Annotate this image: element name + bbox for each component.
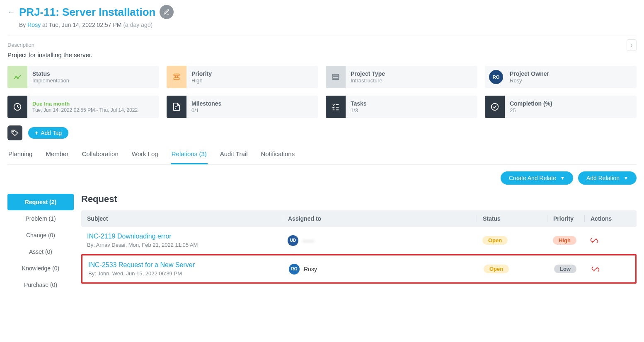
project-owner-card: RO Project OwnerRosy <box>485 66 637 88</box>
request-meta: By: Arnav Desai, Mon, Feb 21, 2022 11:05… <box>87 242 282 248</box>
create-relate-label: Create And Relate <box>509 175 556 181</box>
clock-icon <box>7 96 27 118</box>
completion-label: Completion (%) <box>510 100 552 107</box>
status-value: Implementation <box>32 77 69 84</box>
priority-icon <box>167 66 186 88</box>
svg-rect-4 <box>333 75 339 76</box>
tab-relations[interactable]: Relations (3) <box>171 146 208 164</box>
completion-card: Completion (%)25 <box>485 96 637 118</box>
milestones-label: Milestones <box>191 100 221 107</box>
due-label: Due Ina month <box>32 101 138 107</box>
project-type-label: Project Type <box>351 70 385 77</box>
status-badge: Open <box>484 265 509 273</box>
project-type-icon <box>326 66 346 88</box>
project-owner-label: Project Owner <box>510 70 549 77</box>
divider <box>7 36 637 36</box>
sidebar-item-request[interactable]: Request (2) <box>7 194 74 210</box>
chevron-right-icon: › <box>631 42 633 48</box>
priority-value: High <box>191 77 212 84</box>
status-badge: Open <box>482 236 508 245</box>
assignee-name: —— <box>303 237 314 244</box>
sidebar-item-purchase[interactable]: Purchase (0) <box>7 277 74 293</box>
sidebar-item-knowledge[interactable]: Knowledge (0) <box>7 260 74 277</box>
milestones-card: Milestones0/1 <box>167 96 318 118</box>
due-value: Tue, Jun 14, 2022 02:55 PM - Thu, Jul 14… <box>32 107 138 113</box>
svg-rect-5 <box>333 77 339 78</box>
table-header: Subject Assigned to Status Priority Acti… <box>81 210 637 227</box>
by-prefix: By <box>19 22 27 28</box>
milestones-icon <box>167 96 186 118</box>
priority-badge: High <box>553 236 576 245</box>
unlink-button[interactable] <box>591 265 629 273</box>
th-assigned: Assigned to <box>282 215 477 222</box>
status-card: StatusImplementation <box>7 66 159 88</box>
tab-collaboration[interactable]: Collaboration <box>81 146 119 164</box>
sidebar-item-asset[interactable]: Asset (0) <box>7 243 74 260</box>
back-icon[interactable]: ← <box>7 8 15 17</box>
svg-rect-2 <box>174 74 179 76</box>
th-priority: Priority <box>547 215 584 222</box>
svg-rect-3 <box>174 78 179 80</box>
chevron-down-icon: ▼ <box>624 176 628 181</box>
description-text: Project for installing the server. <box>7 51 92 58</box>
status-icon <box>7 66 27 88</box>
avatar: UD <box>288 235 298 246</box>
page-title: PRJ-11: Server Installation <box>19 6 155 19</box>
section-title: Request <box>81 194 637 205</box>
svg-rect-6 <box>333 79 339 80</box>
tasks-value: 1/3 <box>351 107 367 114</box>
request-link[interactable]: INC-2119 Downloading error <box>87 233 282 240</box>
svg-line-15 <box>593 267 598 271</box>
project-type-value: Infrastructure <box>351 77 385 84</box>
tab-work-log[interactable]: Work Log <box>131 146 159 164</box>
add-tag-button[interactable]: +Add Tag <box>28 127 68 139</box>
th-status: Status <box>477 215 547 222</box>
priority-badge: Low <box>554 265 576 273</box>
avatar: RO <box>289 264 300 275</box>
svg-point-12 <box>491 104 499 111</box>
assignee-name: Rosy <box>304 266 317 272</box>
tab-planning[interactable]: Planning <box>7 146 33 164</box>
author-link[interactable]: Rosy <box>27 22 41 28</box>
status-label: Status <box>32 70 69 77</box>
byline: By Rosy at Tue, Jun 14, 2022 02:57 PM (a… <box>19 22 637 28</box>
request-meta: By: John, Wed, Jun 15, 2022 06:39 PM <box>88 270 283 277</box>
pencil-icon <box>163 9 170 15</box>
description-label: Description <box>7 42 92 48</box>
tab-audit-trail[interactable]: Audit Trail <box>219 146 249 164</box>
request-link[interactable]: INC-2533 Request for a New Server <box>88 261 283 269</box>
plus-icon: + <box>35 130 38 136</box>
th-subject: Subject <box>87 215 282 222</box>
expand-sidebar-button[interactable]: › <box>627 39 637 51</box>
svg-line-14 <box>592 238 596 243</box>
tasks-card: Tasks1/3 <box>326 96 477 118</box>
tab-member[interactable]: Member <box>45 146 69 164</box>
svg-point-13 <box>13 131 14 132</box>
add-relation-label: Add Relation <box>586 175 620 181</box>
th-actions: Actions <box>584 215 631 222</box>
table-row: INC-2533 Request for a New Server By: Jo… <box>81 254 637 284</box>
due-card: Due Ina monthTue, Jun 14, 2022 02:55 PM … <box>7 96 159 118</box>
project-type-card: Project TypeInfrastructure <box>326 66 477 88</box>
owner-avatar: RO <box>485 66 505 88</box>
check-circle-icon <box>485 96 505 118</box>
priority-label: Priority <box>191 70 212 77</box>
completion-value: 25 <box>510 107 552 114</box>
tasks-label: Tasks <box>351 100 367 107</box>
priority-card: PriorityHigh <box>167 66 318 88</box>
create-and-relate-button[interactable]: Create And Relate▼ <box>501 171 573 185</box>
unlink-button[interactable] <box>590 236 631 245</box>
byline-relative: (a day ago) <box>123 22 153 28</box>
edit-button[interactable] <box>160 5 174 19</box>
byline-at: at Tue, Jun 14, 2022 02:57 PM <box>41 22 123 28</box>
sidebar-item-change[interactable]: Change (0) <box>7 227 74 243</box>
chevron-down-icon: ▼ <box>560 176 565 181</box>
tasks-icon <box>326 96 346 118</box>
add-tag-label: Add Tag <box>41 130 62 136</box>
sidebar-item-problem[interactable]: Problem (1) <box>7 210 74 227</box>
milestones-value: 0/1 <box>191 107 221 114</box>
table-row: INC-2119 Downloading error By: Arnav Des… <box>81 227 637 254</box>
add-relation-button[interactable]: Add Relation▼ <box>578 171 637 185</box>
tab-notifications[interactable]: Notifications <box>260 146 295 164</box>
tag-icon <box>7 125 22 140</box>
